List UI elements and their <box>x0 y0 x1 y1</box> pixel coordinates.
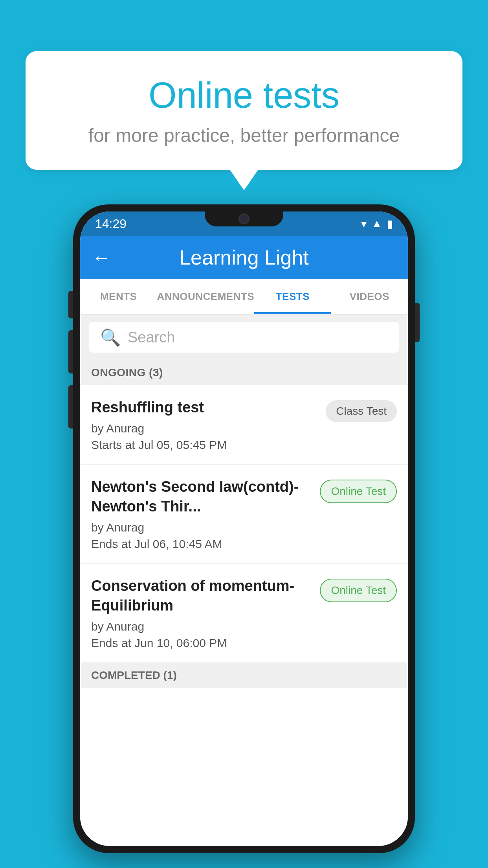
volume-up-button <box>68 291 73 318</box>
test-author-conservation: by Anurag <box>91 620 312 633</box>
test-item-reshuffling[interactable]: Reshuffling test by Anurag Starts at Jul… <box>80 385 408 465</box>
test-badge-conservation: Online Test <box>320 579 397 602</box>
phone-screen: 14:29 ▾ ▲ ▮ ← Learning Light MENTS ANNOU… <box>80 211 408 846</box>
completed-label: COMPLETED (1) <box>91 669 177 681</box>
signal-icon: ▲ <box>371 217 382 230</box>
phone-frame: 14:29 ▾ ▲ ▮ ← Learning Light MENTS ANNOU… <box>73 204 415 853</box>
test-author-reshuffling: by Anurag <box>91 422 318 435</box>
tab-announcements[interactable]: ANNOUNCEMENTS <box>157 279 254 314</box>
search-icon: 🔍 <box>100 328 121 347</box>
tabs-bar: MENTS ANNOUNCEMENTS TESTS VIDEOS <box>80 279 408 314</box>
test-item-newton[interactable]: Newton's Second law(contd)-Newton's Thir… <box>80 465 408 564</box>
silent-button <box>68 385 73 428</box>
test-badge-newton: Online Test <box>320 480 397 503</box>
test-info-newton: Newton's Second law(contd)-Newton's Thir… <box>91 477 312 551</box>
tab-tests[interactable]: TESTS <box>254 279 331 314</box>
tab-ments[interactable]: MENTS <box>80 279 157 314</box>
speech-bubble-title: Online tests <box>57 75 431 116</box>
phone-notch <box>205 211 283 226</box>
completed-section-header: COMPLETED (1) <box>80 663 408 688</box>
test-item-conservation[interactable]: Conservation of momentum-Equilibrium by … <box>80 564 408 663</box>
test-author-newton: by Anurag <box>91 521 312 534</box>
test-time-newton: Ends at Jul 06, 10:45 AM <box>91 537 312 551</box>
back-button[interactable]: ← <box>92 247 111 268</box>
ongoing-label: ONGOING (3) <box>91 366 163 379</box>
test-name-newton: Newton's Second law(contd)-Newton's Thir… <box>91 477 312 516</box>
test-list: Reshuffling test by Anurag Starts at Jul… <box>80 385 408 846</box>
test-badge-reshuffling: Class Test <box>326 400 397 422</box>
power-button <box>415 303 420 342</box>
test-info-reshuffling: Reshuffling test by Anurag Starts at Jul… <box>91 398 318 452</box>
test-time-reshuffling: Starts at Jul 05, 05:45 PM <box>91 438 318 452</box>
search-box[interactable]: 🔍 Search <box>89 322 399 353</box>
status-icons: ▾ ▲ ▮ <box>361 217 393 230</box>
battery-icon: ▮ <box>387 217 393 230</box>
phone-camera <box>238 213 250 224</box>
speech-bubble: Online tests for more practice, better p… <box>26 51 462 170</box>
status-time: 14:29 <box>95 217 127 231</box>
speech-bubble-container: Online tests for more practice, better p… <box>26 51 462 170</box>
wifi-icon: ▾ <box>361 217 367 230</box>
test-name-reshuffling: Reshuffling test <box>91 398 318 417</box>
test-name-conservation: Conservation of momentum-Equilibrium <box>91 576 312 615</box>
search-placeholder: Search <box>128 329 175 346</box>
app-bar-title: Learning Light <box>122 246 366 269</box>
ongoing-section-header: ONGOING (3) <box>80 360 408 385</box>
app-bar: ← Learning Light <box>80 236 408 279</box>
search-container: 🔍 Search <box>80 314 408 360</box>
test-time-conservation: Ends at Jun 10, 06:00 PM <box>91 636 312 650</box>
test-info-conservation: Conservation of momentum-Equilibrium by … <box>91 576 312 650</box>
volume-down-button <box>68 330 73 373</box>
tab-videos[interactable]: VIDEOS <box>331 279 408 314</box>
speech-bubble-subtitle: for more practice, better performance <box>57 125 431 146</box>
